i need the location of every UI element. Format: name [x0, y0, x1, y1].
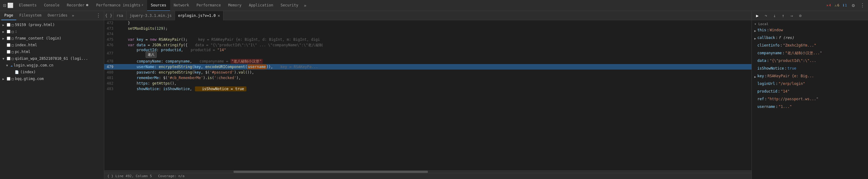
scope-key: username — [757, 104, 775, 110]
code-tab-jquery[interactable]: jquery-3.3.1.min.js — [127, 11, 175, 20]
scope-item-username[interactable]: · username : "1..." — [754, 103, 866, 111]
scope-key: this — [757, 27, 766, 33]
scope-item-callback[interactable]: ▶ callback : f (res) — [754, 34, 866, 42]
code-editor[interactable]: 472 } 473 setMaxDigits(129); 474 475 — [104, 20, 751, 171]
checkbox-pc[interactable] — [7, 50, 10, 54]
arrow-icon: ▼ — [6, 64, 10, 67]
scope-val: "1..." — [778, 104, 792, 110]
sidebar: Page Filesystem Overrides » ⋮ ▶ □ 59159 … — [0, 11, 104, 179]
scope-val: "14" — [781, 89, 789, 94]
resume-icon[interactable]: ▶ — [754, 12, 761, 19]
scope-item-isshownotice[interactable]: · isShowNotice : true — [754, 65, 866, 72]
right-panel: ▶ ↷ ↓ ↑ → ⊘ ▾ Local ▶ this : Window ▶ ca… — [751, 11, 868, 179]
scope-colon: : — [767, 58, 769, 63]
horizontal-scrollbar[interactable] — [104, 171, 751, 173]
error-badge[interactable]: ✕ 4 — [825, 3, 832, 8]
scope-item-this[interactable]: ▶ this : Window — [754, 27, 866, 34]
tab-performance[interactable]: Performance — [193, 0, 224, 11]
sidebar-more-button[interactable]: » — [72, 13, 74, 18]
more-tabs-button[interactable]: » — [302, 3, 308, 8]
scope-item-ref[interactable]: · ref : "http://passport.ws..." — [754, 96, 866, 103]
tab-application[interactable]: Application — [245, 0, 277, 11]
right-icons-group: ✕ 4 ⚠ 6 ℹ 1 ⚙ ⋮ — [825, 1, 867, 10]
file-icon: □ — [12, 23, 14, 27]
inspect-icon[interactable]: ⊡ — [3, 2, 6, 8]
sidebar-tab-overrides[interactable]: Overrides — [44, 11, 70, 20]
scope-item-productid[interactable]: · productid : "14" — [754, 88, 866, 96]
line-number: 476 — [104, 42, 117, 48]
line-number: 477 — [104, 48, 117, 59]
close-tab-icon[interactable]: × — [218, 13, 220, 18]
checkbox-bqq[interactable] — [7, 77, 10, 81]
code-tab-rsa[interactable]: rsa — [114, 11, 127, 20]
settings-icon[interactable]: ⚙ — [849, 1, 858, 10]
tree-item-index[interactable]: ▶ □ index.html — [0, 42, 104, 49]
line-number: 475 — [104, 37, 117, 42]
device-icon[interactable]: ⬜ — [7, 2, 13, 8]
tab-sources[interactable]: Sources — [147, 0, 170, 11]
tab-sources-label: Sources — [151, 3, 166, 7]
line-number: 480 — [104, 69, 117, 75]
sidebar-tab-page[interactable]: Page — [1, 11, 16, 20]
sidebar-menu-icon[interactable]: ⋮ — [94, 12, 103, 19]
step-out-icon[interactable]: ↑ — [779, 12, 787, 19]
expand-icon[interactable]: ▶ — [754, 74, 756, 80]
code-line-476: 476 var data = JSON.stringify({ data = "… — [104, 42, 751, 48]
expand-icon[interactable]: ▶ — [754, 36, 756, 41]
recorder-icon: ⏺ — [86, 3, 89, 7]
scope-item-loginurl[interactable]: · loginUrl : "/erp/login" — [754, 80, 866, 88]
code-line-473: 473 setMaxDigits(129); — [104, 26, 751, 31]
code-tab-erplogin[interactable]: erplogin.js?v=1.0 × — [175, 11, 223, 20]
scope-key: clientinfo — [757, 42, 779, 48]
scope-item-companyname[interactable]: · companyname : "老八秘制小汉堡..." — [754, 50, 866, 57]
code-panel-icon[interactable]: { } — [104, 11, 114, 20]
tree-item-index-file[interactable]: ▶ 📄 (index) — [0, 69, 104, 76]
sidebar-tab-overrides-label: Overrides — [48, 13, 67, 18]
checkbox-qidian[interactable] — [7, 57, 10, 60]
tree-item-label: frame_content (login) — [15, 36, 104, 40]
sidebar-tab-filesystem[interactable]: Filesystem — [16, 11, 44, 20]
scope-item-key[interactable]: ▶ key : RSAKeyPair {e: Big... — [754, 72, 866, 80]
scope-colon: : — [765, 73, 767, 79]
code-tab-bar: { } rsa jquery-3.3.1.min.js erplogin.js?… — [104, 11, 751, 20]
scope-colon: : — [778, 89, 780, 94]
tab-recorder[interactable]: Recorder ⏺ — [63, 0, 93, 11]
checkbox-frame[interactable] — [7, 36, 10, 40]
checkbox-proxy[interactable] — [7, 23, 10, 27]
tree-item-qidian[interactable]: ▼ □ qidian_wpa_2852107810_61 (logi... — [0, 55, 104, 62]
tree-item-frame-content[interactable]: ▶ □ frame_content (login) — [0, 35, 104, 42]
error-count: 4 — [829, 3, 831, 7]
warning-badge[interactable]: ⚠ 6 — [833, 3, 841, 8]
step-over-icon[interactable]: ↷ — [762, 12, 770, 19]
code-line-482: 482 https: getHttps(), — [104, 81, 751, 86]
tree-item-bqq[interactable]: ▶ □ bqq.gtimg.com — [0, 76, 104, 82]
tree-item-colon[interactable]: ▶ □ : — [0, 28, 104, 35]
step-into-icon[interactable]: ↓ — [771, 12, 778, 19]
scope-item-data[interactable]: · data : "{\"productId\":\"... — [754, 57, 866, 65]
scope-item-clientinfo[interactable]: · clientinfo : "Zmxhc2g6Ym..." — [754, 42, 866, 50]
tree-item-login-domain[interactable]: ▼ ☁ login.wsgjp.com.cn — [0, 62, 104, 69]
step-icon[interactable]: → — [788, 12, 795, 19]
tab-memory-label: Memory — [228, 3, 242, 7]
line-number: 478 — [104, 59, 117, 64]
tab-console[interactable]: Console — [40, 0, 63, 11]
tab-network[interactable]: Network — [170, 0, 193, 11]
scope-val: "/erp/login" — [778, 81, 805, 86]
tree-item-pc[interactable]: ▶ □ pc.html — [0, 49, 104, 55]
expand-icon[interactable]: ▶ — [754, 28, 756, 34]
more-options-icon[interactable]: ⋮ — [858, 1, 867, 10]
tree-item-proxy[interactable]: ▶ □ 59159 (proxy.html) — [0, 22, 104, 28]
coverage-info: Coverage: n/a — [158, 174, 185, 178]
tree-item-label: 59159 (proxy.html) — [15, 23, 104, 27]
checkbox-index[interactable] — [7, 43, 10, 47]
tab-memory[interactable]: Memory — [225, 0, 245, 11]
tab-security[interactable]: Security — [277, 0, 302, 11]
tab-elements-label: Elements — [19, 3, 37, 7]
deactivate-icon[interactable]: ⊘ — [797, 12, 804, 19]
info-badge[interactable]: ℹ 1 — [841, 3, 848, 8]
tab-elements[interactable]: Elements — [15, 0, 40, 11]
scrollbar-thumb[interactable] — [234, 171, 428, 173]
tab-perf-insights[interactable]: Performance insights ⚡ — [93, 0, 147, 11]
checkbox-colon[interactable] — [7, 30, 10, 33]
tree-item-label: (index) — [20, 70, 104, 74]
